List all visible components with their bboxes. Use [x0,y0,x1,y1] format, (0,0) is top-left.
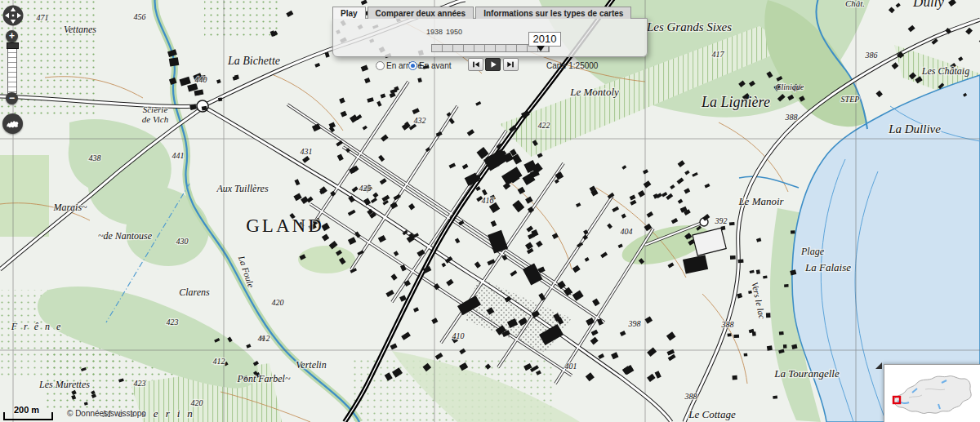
map-label: 404 [621,227,633,236]
map-label: 398 [628,319,641,328]
skip-forward-button[interactable] [503,58,519,71]
building [169,57,180,66]
tab-play[interactable]: Play [332,7,366,19]
attribution: © Données:swisstopo [67,409,146,418]
map-label: Scierie [143,104,168,114]
map-label: Le Cottage [688,408,736,420]
building [791,230,795,233]
building [773,396,777,399]
map-label: Le Montoly [569,86,619,98]
map-label: 420 [191,398,203,407]
play-button[interactable] [485,58,501,71]
map-label: 440 [195,75,207,84]
pan-control[interactable] [2,5,24,26]
map-label: 425 [359,184,372,193]
building [738,260,744,264]
map-label: Les Châtaig [921,65,969,77]
map-label: Plage [800,246,825,257]
timeline-tick-1938: 1938 [426,28,443,36]
tab-map-types-info[interactable]: Informations sur les types de cartes [475,7,631,19]
map-label: 432 [414,116,426,125]
map-label: 417 [712,50,725,59]
skip-back-button[interactable] [468,58,483,71]
map-label: Frêne [11,321,68,332]
map-label: 422 [538,121,550,130]
building [756,269,760,274]
building [733,335,739,338]
map-label: 386 [865,51,878,60]
skip-back-icon [471,60,480,69]
building [784,284,788,287]
map-label: Vertelin [296,359,326,371]
map-label: 456 [134,12,146,21]
current-year-box[interactable]: 2010 [528,32,561,47]
building [733,375,737,380]
radio-forward[interactable] [408,61,417,70]
building [730,255,736,260]
radio-backward[interactable] [376,61,385,70]
map-label: 471 [37,13,49,22]
map-label: STEP [841,95,860,104]
map-label: Clarens [179,287,210,298]
switzerland-overview [884,365,980,422]
map-label: 412 [258,334,270,343]
map-label: de Vich [142,114,169,124]
map-label: 423 [134,379,146,388]
zoom-in-button[interactable]: + [6,30,18,42]
building [729,222,735,225]
map-label: 412 [213,357,225,366]
map-label: La Falaise [804,261,851,273]
map-label: 392 [715,216,728,225]
timeline-slider-thumb[interactable] [537,46,545,51]
building [744,353,748,357]
building [218,97,222,101]
building [752,331,756,335]
map-label: Les Murettes [38,379,90,390]
map-label: Le Manoir [737,195,784,207]
map-label: 416 [482,196,494,205]
building [779,331,784,335]
map-label: ~de Nantouse [98,230,153,242]
map-label: 441 [172,151,185,160]
map-label: 420 [272,298,284,307]
map-label: 388 [684,392,697,401]
overview-collapse-icon[interactable] [875,362,882,369]
map-label: Chât. [845,0,865,8]
pan-compass-icon [2,5,24,26]
time-travel-panel: 1938 1950 2010 En arrière En avant [332,7,646,56]
map-label: 388 [785,113,798,122]
radio-forward-label[interactable]: En avant [419,61,451,70]
zoom-out-button[interactable]: − [6,92,18,104]
map-viewer: 471Vettanes456La Bichette440Scieriede Vi… [0,0,980,422]
timeline-tick-1950: 1950 [446,28,462,36]
map-label: La Tourangelle [773,367,840,380]
map-label: Marais~ [52,202,87,213]
map-label: La Lignière [701,94,770,110]
building [767,345,773,350]
building [763,276,768,279]
map-label: Les Grands Sixes [646,20,732,33]
map-label: 423 [167,318,179,326]
map-label: Dully [912,0,944,10]
overview-map[interactable] [884,364,980,422]
switzerland-icon [6,119,20,129]
panel-body: 1938 1950 2010 En arrière En avant [332,18,648,57]
building [728,333,732,336]
map-label: GLAND [246,215,324,236]
map-label: La Dullive [888,122,941,135]
scalebar-bar [3,412,53,420]
tab-compare-years[interactable]: Comparer deux années [368,7,474,19]
map-label: Clinique [776,82,804,91]
full-extent-button[interactable] [2,113,23,134]
zoom-slider-track[interactable] [7,42,17,94]
map-label: Vettanes [64,24,96,35]
map-label: 431 [301,147,313,156]
zoom-slider-handle[interactable] [7,42,19,49]
map-label: 410 [452,331,465,340]
map-label: 401 [565,362,577,371]
skip-forward-icon [506,60,515,69]
map-label: Pont Farbel~ [237,373,291,384]
map-scale-text: Carte 1:25000 [546,61,598,70]
map-label: 388 [721,320,734,329]
building [783,344,787,349]
